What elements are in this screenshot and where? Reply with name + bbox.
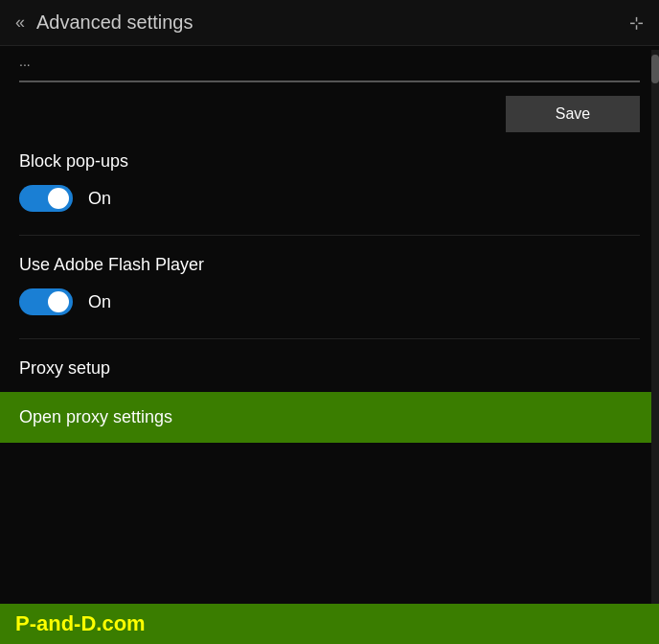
adobe-flash-toggle-knob (48, 291, 69, 312)
divider-2 (19, 338, 640, 339)
scrollbar-thumb[interactable] (651, 55, 659, 83)
save-button[interactable]: Save (506, 96, 640, 132)
proxy-label: Proxy setup (19, 358, 640, 379)
back-button[interactable]: « (15, 12, 25, 33)
block-popups-toggle[interactable] (19, 185, 73, 212)
adobe-flash-label: Use Adobe Flash Player (19, 255, 640, 275)
page-title: Advanced settings (36, 12, 629, 34)
adobe-flash-state: On (88, 292, 111, 312)
block-popups-section: Block pop-ups On (19, 151, 640, 212)
adobe-flash-toggle-row: On (19, 288, 640, 315)
title-bar: « Advanced settings ⊹ (0, 0, 659, 46)
pin-icon[interactable]: ⊹ (629, 12, 644, 34)
watermark: P-and-D.com (0, 604, 659, 644)
save-row: Save (19, 86, 640, 151)
top-input-label: ... (19, 54, 640, 69)
top-input-section: ... (19, 46, 640, 82)
block-popups-toggle-knob (48, 188, 69, 209)
block-popups-label: Block pop-ups (19, 151, 640, 172)
adobe-flash-section: Use Adobe Flash Player On (19, 255, 640, 315)
content-area: ... Save Block pop-ups On Use Adobe Flas… (0, 46, 659, 443)
adobe-flash-toggle[interactable] (19, 288, 73, 315)
proxy-section: Proxy setup Open proxy settings (19, 358, 640, 443)
open-proxy-settings-button[interactable]: Open proxy settings (0, 392, 659, 443)
block-popups-state: On (88, 189, 111, 209)
block-popups-toggle-row: On (19, 185, 640, 212)
scrollbar[interactable] (651, 50, 659, 644)
divider-1 (19, 235, 640, 236)
